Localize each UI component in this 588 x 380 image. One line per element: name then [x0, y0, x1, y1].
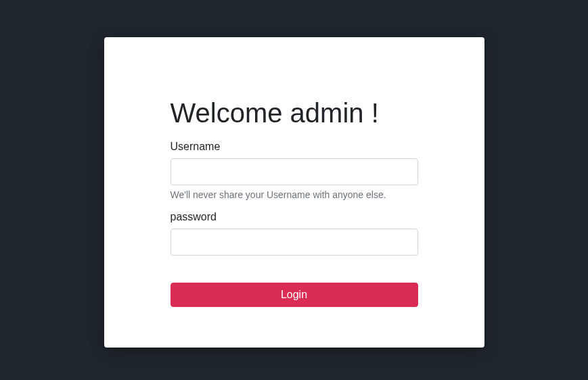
username-label: Username	[171, 141, 418, 153]
password-label: password	[171, 211, 418, 223]
password-group: password	[171, 211, 418, 256]
password-input[interactable]	[171, 229, 418, 256]
login-button[interactable]: Login	[171, 283, 418, 307]
username-help-text: We'll never share your Username with any…	[171, 189, 418, 200]
username-group: Username We'll never share your Username…	[171, 141, 418, 200]
username-input[interactable]	[171, 158, 418, 185]
login-card: Welcome admin ! Username We'll never sha…	[104, 37, 484, 348]
welcome-heading: Welcome admin !	[171, 98, 418, 128]
